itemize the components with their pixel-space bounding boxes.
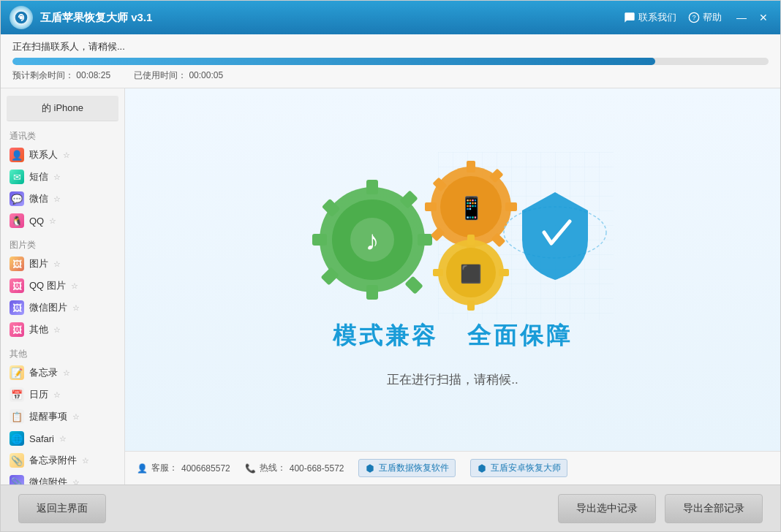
notes-loading: ☆ — [63, 368, 70, 378]
used-time-label: 已使用时间： 00:00:05 — [134, 69, 223, 82]
window-controls: — ✕ — [733, 10, 771, 26]
hotline-icon: 📞 — [245, 463, 256, 474]
sidebar-item-photos-label: 图片 — [29, 257, 48, 270]
minimize-btn[interactable]: — — [733, 10, 750, 26]
contact-us-btn[interactable]: 联系我们 — [624, 11, 676, 24]
center-content: ♪ — [125, 88, 780, 484]
sidebar-item-wechat[interactable]: 💬 微信 ☆ — [1, 188, 124, 210]
calendar-loading: ☆ — [53, 390, 61, 400]
svg-rect-21 — [505, 202, 517, 211]
svg-rect-7 — [366, 180, 378, 194]
notesattach-icon: 📎 — [10, 453, 24, 468]
data-recovery-btn[interactable]: 互盾数据恢复软件 — [358, 459, 456, 477]
remaining-time-label: 预计剩余时间： 00:08:25 — [12, 69, 110, 82]
sidebar-item-qqphoto-label: QQ 图片 — [29, 279, 66, 292]
service-number: 4006685572 — [181, 463, 230, 474]
wechatphoto-icon: 🖼 — [10, 300, 24, 315]
qq-icon: 🐧 — [10, 213, 24, 228]
main-window: 互盾苹果恢复大师 v3.1 联系我们 ? 帮助 — ✕ 正在扫描联系人，请稍候.… — [0, 0, 781, 532]
illustration-area: ♪ — [125, 88, 780, 451]
notes-icon: 📝 — [10, 365, 24, 380]
notesattach-loading: ☆ — [82, 456, 89, 466]
sidebar-item-notes-label: 备忘录 — [29, 366, 58, 379]
scan-times: 预计剩余时间： 00:08:25 已使用时间： 00:00:05 — [12, 69, 769, 82]
sidebar-item-notesattach[interactable]: 📎 备忘录附件 ☆ — [1, 449, 124, 471]
qqphoto-icon: 🖼 — [10, 278, 24, 293]
service-info: 👤 客服： 4006685572 — [137, 462, 230, 474]
hotline-label: 热线： — [260, 462, 286, 474]
scan-progress-text: 正在进行扫描，请稍候.. — [387, 371, 518, 388]
photos-loading: ☆ — [53, 259, 61, 269]
wechatphoto-loading: ☆ — [72, 303, 80, 313]
footer-buttons: 返回主界面 导出选中记录 导出全部记录 — [1, 484, 780, 531]
progress-bar-track — [12, 58, 769, 65]
close-btn[interactable]: ✕ — [755, 10, 771, 26]
sidebar-item-safari-label: Safari — [29, 433, 54, 444]
export-btn-group: 导出选中记录 导出全部记录 — [558, 494, 763, 523]
sidebar-item-qqphoto[interactable]: 🖼 QQ 图片 ☆ — [1, 275, 124, 297]
title-bar: 互盾苹果恢复大师 v3.1 联系我们 ? 帮助 — ✕ — [1, 1, 780, 34]
scan-progress-area: 正在扫描联系人，请稍候... 预计剩余时间： 00:08:25 已使用时间： 0… — [1, 34, 780, 88]
help-btn[interactable]: ? 帮助 — [688, 11, 722, 24]
export-selected-btn[interactable]: 导出选中记录 — [558, 494, 656, 523]
sidebar-item-safari[interactable]: 🌐 Safari ☆ — [1, 428, 124, 449]
sidebar-item-calendar-label: 日历 — [29, 388, 48, 401]
sidebar-item-wechatattach[interactable]: 📎 微信附件 ☆ — [1, 471, 124, 484]
sidebar-item-reminder-label: 提醒事项 — [29, 410, 67, 423]
wechat-loading: ☆ — [53, 194, 61, 204]
tagline-left: 模式兼容 — [333, 320, 438, 352]
reminder-loading: ☆ — [72, 412, 80, 422]
svg-text:♪: ♪ — [366, 225, 380, 256]
svg-rect-31 — [467, 300, 475, 311]
category-communications: 通讯类 👤 联系人 ☆ ✉ 短信 ☆ 💬 微信 ☆ 🐧 — [1, 126, 124, 232]
category-label-communications: 通讯类 — [1, 126, 124, 144]
android-recovery-btn[interactable]: 互盾安卓恢复大师 — [470, 459, 567, 477]
hotline-number: 400-668-5572 — [290, 463, 344, 474]
service-icon: 👤 — [137, 463, 148, 474]
sidebar-item-sms[interactable]: ✉ 短信 ☆ — [1, 166, 124, 188]
safari-loading: ☆ — [59, 434, 67, 444]
svg-rect-19 — [467, 161, 475, 172]
sidebar-item-otherphoto-label: 其他 — [29, 323, 48, 336]
sidebar-item-reminder[interactable]: 📋 提醒事项 ☆ — [1, 406, 124, 428]
sidebar-item-notesattach-label: 备忘录附件 — [29, 454, 77, 467]
sidebar-item-notes[interactable]: 📝 备忘录 ☆ — [1, 362, 124, 384]
sidebar-item-contacts-label: 联系人 — [29, 148, 58, 162]
sms-icon: ✉ — [10, 170, 24, 184]
title-actions: 联系我们 ? 帮助 — [624, 11, 722, 24]
svg-rect-8 — [366, 285, 378, 300]
sidebar-item-otherphoto[interactable]: 🖼 其他 ☆ — [1, 319, 124, 341]
reminder-icon: 📋 — [10, 409, 24, 424]
main-content: 的 iPhone 通讯类 👤 联系人 ☆ ✉ 短信 ☆ 💬 微信 ☆ — [1, 88, 780, 484]
sidebar-item-wechatattach-label: 微信附件 — [29, 476, 67, 484]
sidebar-item-qq[interactable]: 🐧 QQ ☆ — [1, 210, 124, 232]
contacts-loading: ☆ — [63, 151, 70, 160]
tagline-container: 模式兼容 全面保障 — [333, 320, 573, 361]
photos-icon: 🖼 — [10, 256, 24, 271]
svg-rect-32 — [499, 269, 509, 276]
bottom-info-bar: 👤 客服： 4006685572 📞 热线： 400-668-5572 互盾数据… — [125, 451, 780, 484]
back-btn[interactable]: 返回主界面 — [18, 494, 106, 523]
wechatattach-loading: ☆ — [72, 478, 80, 485]
svg-rect-10 — [312, 234, 327, 246]
qq-loading: ☆ — [49, 216, 56, 226]
wechatattach-icon: 📎 — [10, 475, 24, 484]
svg-rect-22 — [425, 202, 437, 211]
sidebar: 的 iPhone 通讯类 👤 联系人 ☆ ✉ 短信 ☆ 💬 微信 ☆ — [1, 88, 125, 484]
category-photos: 图片类 🖼 图片 ☆ 🖼 QQ 图片 ☆ 🖼 微信图片 ☆ � — [1, 235, 124, 341]
sidebar-item-calendar[interactable]: 📅 日历 ☆ — [1, 384, 124, 406]
export-all-btn[interactable]: 导出全部记录 — [665, 494, 763, 523]
sms-loading: ☆ — [53, 172, 61, 182]
sidebar-item-wechatphoto-label: 微信图片 — [29, 301, 67, 314]
device-name: 的 iPhone — [7, 96, 118, 121]
category-other: 其他 📝 备忘录 ☆ 📅 日历 ☆ 📋 提醒事项 ☆ 🌐 — [1, 343, 124, 484]
sidebar-item-qq-label: QQ — [29, 216, 44, 227]
sidebar-item-wechatphoto[interactable]: 🖼 微信图片 ☆ — [1, 297, 124, 319]
sidebar-item-photos[interactable]: 🖼 图片 ☆ — [1, 253, 124, 275]
progress-bar-fill — [12, 58, 655, 65]
sidebar-item-contacts[interactable]: 👤 联系人 ☆ — [1, 144, 124, 166]
calendar-icon: 📅 — [10, 387, 24, 402]
service-label: 客服： — [151, 462, 178, 474]
svg-rect-33 — [433, 269, 443, 276]
svg-text:📱: 📱 — [458, 195, 486, 221]
